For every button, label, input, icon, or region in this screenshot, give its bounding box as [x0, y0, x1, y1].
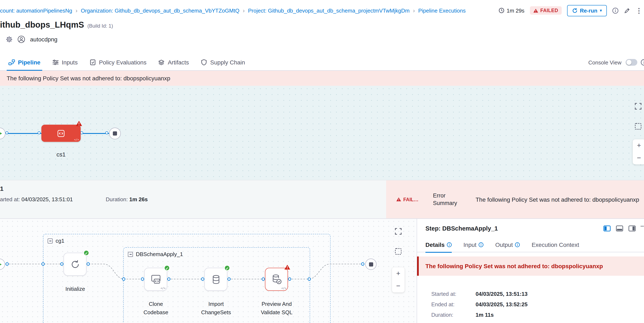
row-value: 04/03/2025, 13:52:25 — [476, 301, 528, 307]
database-icon — [210, 274, 221, 285]
page-title: ithub_dbops_LHqmS — [0, 20, 84, 30]
gear-icon[interactable] — [6, 36, 12, 43]
step-import-changesets[interactable]: ✓ — [204, 268, 227, 291]
tab-details[interactable]: Details — [426, 237, 452, 252]
meta-row: autocdpng — [6, 36, 58, 43]
zoom-in-button[interactable]: + — [392, 267, 404, 280]
pipeline-execution-page: count: automationPipelinesNg › Organizat… — [0, 0, 644, 323]
database-check-icon — [270, 274, 282, 285]
rerun-button[interactable]: Re-run ▾ — [567, 5, 607, 16]
title-row: ithub_dbops_LHqmS (Build Id: 1) — [0, 20, 113, 30]
step-failed-warning-icon — [284, 264, 290, 270]
edit-pipeline-button[interactable] — [624, 7, 630, 14]
main-tab-bar: Pipeline Inputs Policy Evaluations Artif… — [0, 54, 644, 71]
breadcrumb-separator: › — [243, 7, 245, 14]
console-view-toggle[interactable] — [626, 59, 637, 66]
stage-graph-canvas[interactable]: </> cs1 + − — [0, 86, 644, 180]
tab-label: Execution Context — [532, 241, 579, 248]
breadcrumb: count: automationPipelinesNg › Organizat… — [0, 0, 466, 21]
help-icon[interactable] — [641, 59, 644, 66]
info-icon — [447, 242, 452, 247]
sync-icon — [70, 259, 80, 270]
connector-dot — [80, 131, 83, 134]
tab-output[interactable]: Output — [495, 237, 520, 252]
code-glyph: </> — [74, 138, 79, 141]
connector-dot — [6, 131, 8, 134]
connector-line — [6, 133, 41, 134]
pipeline-icon — [8, 59, 15, 66]
step-label: Preview And Validate SQL — [255, 300, 298, 317]
zoom-out-button[interactable]: − — [633, 152, 644, 164]
console-view-control: Console View — [588, 54, 637, 71]
success-badge-icon: ✓ — [83, 250, 90, 256]
zoom-in-button[interactable]: + — [633, 139, 644, 152]
stage-name-label[interactable]: cs1 — [41, 151, 81, 158]
tab-label: Policy Evaluations — [99, 59, 146, 66]
layout-split-left-icon[interactable] — [604, 225, 610, 231]
step-error-box: The following Policy Set was not adhered… — [417, 256, 644, 276]
marquee-select-button[interactable] — [634, 123, 642, 130]
step-detail-rows: Started at: 04/03/2025, 13:51:13 Ended a… — [431, 291, 528, 318]
duration-value: 1m 26s — [129, 196, 148, 202]
breadcrumb-organization[interactable]: Organization: Github_db_devops_aut_db_sc… — [81, 7, 240, 14]
expand-icon — [394, 228, 402, 235]
started-at-label: arted at: — [0, 196, 20, 202]
minimize-panel-button[interactable]: − — [640, 223, 644, 230]
more-options-button[interactable]: ⋮ — [636, 7, 642, 15]
step-error-message: The following Policy Set was not adhered… — [426, 263, 603, 269]
tab-supply-chain[interactable]: Supply Chain — [195, 54, 251, 70]
expand-icon — [634, 103, 642, 110]
stage-failed-warning-icon — [76, 121, 82, 126]
connector-dot — [105, 131, 108, 134]
policy-violation-text: The following Policy Set was not adhered… — [7, 75, 170, 82]
row-label: Duration: — [431, 312, 476, 318]
started-at-line: arted at: 04/03/2025, 13:51:01 — [0, 196, 73, 202]
code-glyph: </> — [161, 287, 166, 290]
info-icon — [612, 7, 618, 14]
tab-input[interactable]: Input — [464, 237, 484, 252]
step-initialize[interactable]: ✓ — [64, 253, 86, 276]
layout-split-right-icon[interactable] — [628, 225, 636, 231]
execution-end-node — [365, 258, 376, 270]
step-clone-codebase[interactable]: ✓ </> — [144, 268, 167, 291]
breadcrumb-pipeline-executions[interactable]: Pipeline Executions — [418, 7, 466, 14]
zoom-out-button[interactable]: − — [392, 280, 404, 292]
duration-line: Duration: 1m 26s — [106, 196, 148, 202]
fullscreen-button[interactable] — [394, 228, 402, 235]
layout-split-bottom-icon[interactable] — [616, 225, 623, 231]
avatar — [18, 36, 25, 43]
started-at-value: 04/03/2025, 13:51:01 — [22, 196, 73, 202]
tab-inputs[interactable]: Inputs — [46, 54, 83, 70]
tab-artifacts[interactable]: Artifacts — [152, 54, 195, 70]
chevron-down-icon[interactable]: ▾ — [600, 8, 602, 13]
console-view-label: Console View — [588, 59, 622, 66]
policy-check-icon — [90, 59, 96, 66]
fullscreen-button[interactable] — [634, 103, 642, 110]
stage-error-strip: FAILED Error Summary The following Polic… — [386, 180, 644, 218]
tab-label: Supply Chain — [210, 59, 245, 66]
stage-summary-name: 1 — [0, 185, 4, 192]
policy-violation-banner: The following Policy Set was not adhered… — [0, 71, 644, 86]
duration-label: Duration: — [106, 196, 128, 202]
details-tab-bar: Details Input Output Execution Context — [417, 237, 644, 252]
stop-icon — [113, 131, 117, 136]
elapsed-time-label: 1m 29s — [506, 7, 524, 14]
stage-node-cs1[interactable]: </> — [41, 125, 81, 142]
marquee-select-button[interactable] — [394, 248, 402, 255]
stage-summary-strip: 1 arted at: 04/03/2025, 13:51:01 Duratio… — [0, 180, 644, 218]
tab-execution-context[interactable]: Execution Context — [532, 237, 579, 252]
stage-code-icon — [56, 129, 66, 138]
connector-line — [81, 133, 109, 134]
elapsed-time: 1m 29s — [498, 7, 524, 14]
step-preview-validate-sql[interactable]: </> — [265, 268, 288, 291]
breadcrumb-project[interactable]: Project: Github_db_devops_aut_db_schema_… — [248, 7, 410, 14]
breadcrumb-separator: › — [76, 7, 77, 14]
breadcrumb-account[interactable]: count: automationPipelinesNg — [0, 7, 72, 14]
clone-codebase-icon — [150, 274, 162, 285]
execution-info-button[interactable] — [612, 7, 618, 14]
execution-graph-canvas[interactable]: cg1 DBSchemaApply_1 — [0, 218, 417, 323]
row-value: 1m 11s — [476, 312, 528, 318]
header-actions: 1m 29s FAILED Re-run ▾ ⋮ — [498, 0, 642, 21]
tab-policy-evaluations[interactable]: Policy Evaluations — [84, 54, 152, 70]
tab-pipeline[interactable]: Pipeline — [2, 54, 46, 70]
